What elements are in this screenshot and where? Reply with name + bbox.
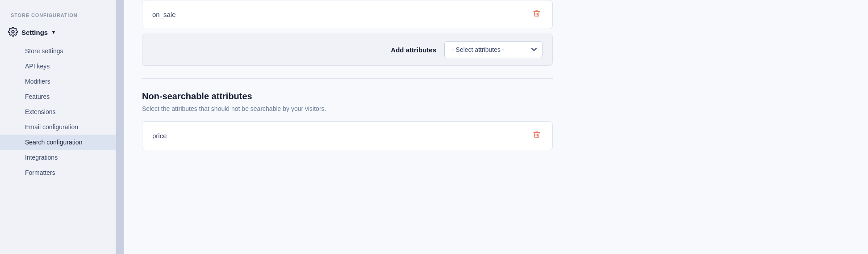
sidebar-item-api-keys[interactable]: API keys bbox=[0, 59, 116, 74]
delete-on-sale-button[interactable] bbox=[531, 8, 542, 21]
sidebar-nav: Store settings API keys Modifiers Featur… bbox=[0, 42, 116, 182]
settings-header[interactable]: Settings ▾ bbox=[0, 23, 116, 42]
on-sale-attribute-name: on_sale bbox=[152, 11, 176, 18]
price-attribute-name: price bbox=[152, 132, 167, 140]
sidebar-item-features[interactable]: Features bbox=[0, 89, 116, 104]
select-attributes-dropdown[interactable]: - Select attributes - bbox=[444, 41, 542, 58]
non-searchable-desc: Select the attributes that should not be… bbox=[142, 105, 553, 112]
delete-price-button[interactable] bbox=[531, 130, 542, 142]
non-searchable-title: Non-searchable attributes bbox=[142, 91, 553, 102]
add-attributes-container: Add attributes - Select attributes - bbox=[142, 34, 553, 66]
attribute-row-price: price bbox=[142, 121, 553, 150]
attribute-row-on-sale: on_sale bbox=[142, 0, 553, 29]
sidebar-section-label: STORE CONFIGURATION bbox=[0, 13, 116, 23]
scroll-divider bbox=[116, 0, 124, 254]
sidebar-item-extensions[interactable]: Extensions bbox=[0, 104, 116, 119]
settings-label: Settings bbox=[21, 29, 48, 36]
sidebar-item-integrations[interactable]: Integrations bbox=[0, 150, 116, 165]
sidebar-item-modifiers[interactable]: Modifiers bbox=[0, 74, 116, 89]
sidebar-item-search-config[interactable]: Search configuration bbox=[0, 135, 116, 150]
gear-icon bbox=[8, 27, 18, 38]
sidebar-item-email-config[interactable]: Email configuration bbox=[0, 119, 116, 135]
chevron-down-icon: ▾ bbox=[52, 30, 55, 35]
sidebar-item-formatters[interactable]: Formatters bbox=[0, 165, 116, 180]
add-attributes-label: Add attributes bbox=[391, 46, 436, 54]
sidebar-item-store-settings[interactable]: Store settings bbox=[0, 43, 116, 59]
section-divider bbox=[142, 78, 553, 79]
sidebar: STORE CONFIGURATION Settings ▾ Store set… bbox=[0, 0, 116, 254]
svg-point-0 bbox=[12, 30, 14, 33]
main-content: on_sale Add attributes - Select attribut… bbox=[124, 0, 868, 254]
